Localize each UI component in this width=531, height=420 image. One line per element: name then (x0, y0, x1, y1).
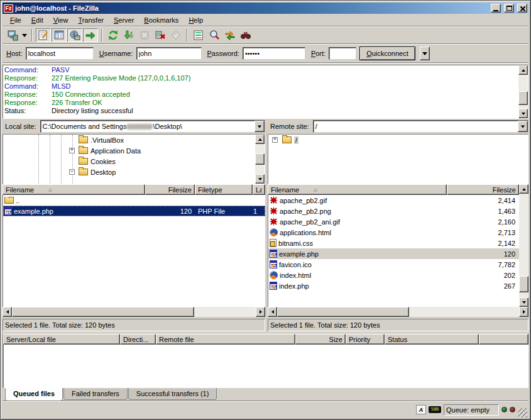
file-row[interactable]: index.html 202 (268, 270, 519, 280)
scroll-left-button[interactable] (3, 307, 12, 317)
toggle-transfer-queue-button[interactable] (83, 28, 98, 42)
scrollbar-thumb[interactable] (277, 307, 409, 317)
scroll-down-button[interactable] (255, 174, 265, 184)
local-tree: .VirtualBox + Application Data Cookies − (3, 134, 265, 184)
scroll-right-button[interactable] (519, 307, 528, 317)
column-header-lastmodified[interactable]: Last modified (253, 184, 265, 195)
remote-vertical-scrollbar[interactable] (519, 184, 528, 307)
column-header-filename[interactable]: Filename (268, 184, 447, 195)
menu-help[interactable]: Help (183, 15, 208, 25)
combo-dropdown-button[interactable] (518, 121, 528, 132)
scroll-up-button[interactable] (518, 65, 528, 75)
host-input[interactable] (26, 47, 94, 60)
minimize-button[interactable] (491, 4, 501, 13)
toggle-log-view-button[interactable] (36, 28, 51, 42)
file-row-example-php[interactable]: example.php 120 PHP File 1 (3, 206, 265, 216)
expand-plus-icon[interactable]: + (69, 148, 75, 153)
scroll-up-button[interactable] (519, 184, 528, 194)
scrollbar-thumb[interactable] (519, 276, 528, 292)
remote-file-list[interactable]: apache_pb2.gif 2,414 apache_pb2.png 1,46… (268, 195, 519, 307)
password-input[interactable] (243, 47, 305, 60)
menu-bookmarks[interactable]: Bookmarks (139, 15, 183, 25)
title-bar[interactable]: Fz john@localhost - FileZilla (3, 3, 528, 14)
toggle-local-tree-button[interactable] (52, 28, 67, 42)
scroll-left-button[interactable] (268, 307, 277, 317)
local-horizontal-scrollbar[interactable] (3, 307, 265, 317)
combo-dropdown-button[interactable] (255, 121, 265, 132)
file-row[interactable]: applications.html 2,713 (268, 227, 519, 238)
tab-successful-transfers[interactable]: Successful transfers (1) (128, 388, 217, 400)
column-header-status[interactable]: Status (385, 334, 479, 345)
transfer-type-icon[interactable]: A (416, 405, 426, 414)
scrollbar-thumb[interactable] (12, 307, 194, 317)
menu-view[interactable]: View (48, 15, 74, 25)
local-tree-body[interactable]: .VirtualBox + Application Data Cookies − (3, 135, 255, 184)
column-header-filesize[interactable]: Filesize (447, 184, 519, 195)
scroll-up-button[interactable] (255, 135, 265, 144)
reconnect-button[interactable] (168, 28, 183, 42)
tree-item-virtualbox[interactable]: .VirtualBox (3, 135, 255, 145)
log-vertical-scrollbar[interactable] (518, 65, 528, 118)
file-row[interactable]: apache_pb2.png 1,463 (268, 206, 519, 216)
port-input[interactable] (329, 47, 356, 60)
column-header-priority[interactable]: Priority (346, 334, 385, 345)
file-row-selected[interactable]: example.php 120 (268, 248, 519, 259)
scrollbar-thumb[interactable] (255, 153, 265, 165)
scrollbar-thumb[interactable] (518, 91, 528, 105)
tree-item-application-data[interactable]: + Application Data (3, 145, 255, 156)
menu-edit[interactable]: Edit (26, 15, 48, 25)
column-header-filename[interactable]: Filename (3, 184, 145, 195)
remote-tree-body[interactable]: + / (268, 135, 528, 184)
maximize-button[interactable] (504, 4, 514, 13)
toggle-remote-tree-button[interactable] (67, 28, 82, 42)
column-header-direction[interactable]: Directi... (120, 334, 156, 345)
disconnect-button[interactable] (153, 28, 168, 42)
local-file-list[interactable]: .. example.php 120 PHP File 1 (3, 195, 265, 307)
resize-grip[interactable] (518, 408, 527, 417)
tree-item-root[interactable]: + / (268, 135, 528, 145)
tree-item-cookies[interactable]: Cookies (3, 156, 255, 167)
scroll-down-button[interactable] (519, 297, 528, 307)
tree-item-desktop[interactable]: − Desktop (3, 167, 255, 177)
file-row[interactable]: apache_pb2.gif 2,414 (268, 195, 519, 206)
log-line: Command:MLSD (4, 82, 517, 91)
quickconnect-button[interactable]: Quickconnect (359, 47, 415, 60)
file-row-parent-dir[interactable]: .. (3, 195, 265, 206)
expand-plus-icon[interactable]: + (272, 137, 278, 143)
file-row[interactable]: apache_pb2_ani.gif 2,160 (268, 216, 519, 227)
speed-limits-icon[interactable]: 500 (429, 406, 441, 413)
synchronized-browsing-button[interactable] (222, 28, 238, 42)
username-input[interactable] (136, 47, 202, 60)
menu-file[interactable]: File (5, 15, 26, 25)
site-manager-button[interactable] (5, 28, 20, 42)
scroll-right-button[interactable] (256, 307, 265, 317)
quickconnect-dropdown[interactable] (420, 47, 430, 60)
queue-body[interactable] (3, 345, 528, 388)
site-manager-dropdown[interactable] (21, 28, 28, 42)
collapse-minus-icon[interactable]: − (69, 169, 75, 175)
file-row[interactable]: index.php 267 (268, 280, 519, 291)
filename-filters-button[interactable] (191, 28, 206, 42)
local-site-combobox[interactable]: C:\Documents and Settings\Desktop\ (40, 120, 265, 133)
remote-horizontal-scrollbar[interactable] (268, 307, 528, 317)
menu-transfer[interactable]: Transfer (73, 15, 109, 25)
close-button[interactable] (517, 4, 527, 13)
refresh-button[interactable] (106, 28, 121, 42)
cancel-operation-button[interactable] (137, 28, 152, 42)
directory-comparison-button[interactable] (207, 28, 222, 42)
column-header-filetype[interactable]: Filetype (195, 184, 253, 195)
tab-queued-files[interactable]: Queued files (5, 388, 63, 401)
scroll-down-button[interactable] (518, 109, 528, 118)
column-header-size[interactable]: Size (295, 334, 346, 345)
menu-server[interactable]: Server (109, 15, 139, 25)
find-files-button[interactable] (238, 28, 253, 42)
local-tree-scrollbar[interactable] (255, 135, 265, 184)
process-queue-button[interactable] (121, 28, 136, 42)
file-row[interactable]: favicon.ico 7,782 (268, 259, 519, 270)
column-header-server-local-file[interactable]: Server/Local file (3, 334, 120, 345)
tab-failed-transfers[interactable]: Failed transfers (63, 388, 128, 400)
file-row[interactable]: bitnami.css 2,142 (268, 238, 519, 248)
remote-site-combobox[interactable]: / (313, 120, 528, 133)
column-header-remote-file[interactable]: Remote file (156, 334, 295, 345)
column-header-filesize[interactable]: Filesize (145, 184, 195, 195)
